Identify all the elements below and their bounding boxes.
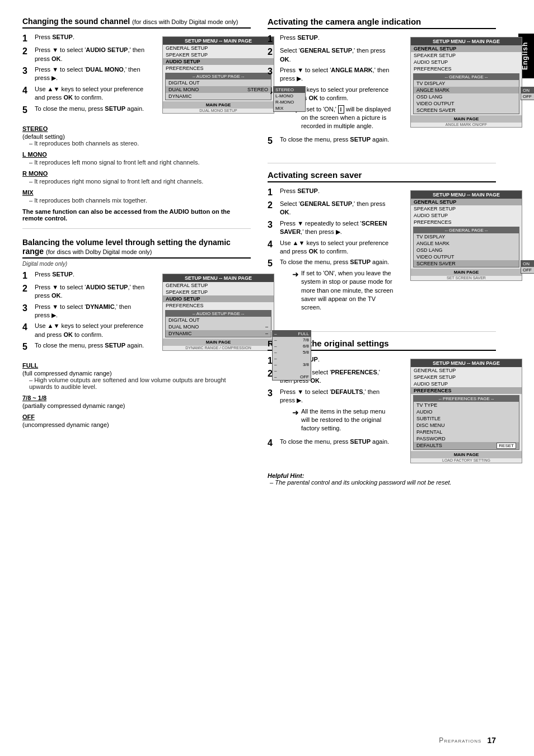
two-col-layout: Changing the sound channel (for discs wi… xyxy=(22,17,496,497)
step-1: 1 Press SETUP. xyxy=(22,33,146,44)
volume-title: Balancing the volume level through setti… xyxy=(22,238,251,259)
cam-step-3: 3 Press ▼ to select 'ANGLE MARK,' then p… xyxy=(268,66,394,83)
cam-step-2: 2 Select 'GENERAL SETUP,' then press OK. xyxy=(268,46,394,64)
vol-sub-dynamic: DYNAMIC – xyxy=(166,330,271,337)
res-step-4: 4 To close the menu, press SETUP again. xyxy=(268,438,394,448)
camera-angle-title: Activating the camera angle indication xyxy=(268,17,496,29)
restore-menu: SETUP MENU -- MAIN PAGE GENERAL SETUP SP… xyxy=(410,359,522,463)
section-sound-channel: Changing the sound channel (for discs wi… xyxy=(22,17,251,222)
section-camera-angle: Activating the camera angle indication 1… xyxy=(268,17,496,152)
menu-footer: MAIN PAGE xyxy=(163,101,274,109)
divider-r1 xyxy=(268,163,496,163)
cam-step-5: 5 To close the menu, press SETUP again. xyxy=(268,135,394,146)
page-footer: Preparations 17 xyxy=(439,736,496,745)
vol-step-1: 1 Press SETUP. xyxy=(22,270,146,281)
vol-step-4: 4 Use ▲▼ keys to select your preference … xyxy=(22,322,146,339)
menu-row-general: GENERAL SETUP xyxy=(163,45,274,51)
preparations-label: Preparations xyxy=(439,736,481,744)
vol-step-2: 2 Press ▼ to select 'AUDIO SETUP,' then … xyxy=(22,283,146,300)
volume-subtitle: Digital mode only) xyxy=(22,261,251,267)
section-volume: Balancing the volume level through setti… xyxy=(22,238,251,429)
vol-sub-digital: DIGITAL OUT xyxy=(166,317,271,323)
restore-sub-panel: -- PREFERENCES PAGE -- TV TYPE AUDIO SUB… xyxy=(413,395,519,450)
def-mix: MIX – It reproduces both channels mix to… xyxy=(22,189,251,204)
vol-menu-footer: MAIN PAGE xyxy=(163,339,274,346)
def-rmono: R MONO – It reproduces right mono signal… xyxy=(22,170,251,185)
menu-title: SETUP MENU -- MAIN PAGE xyxy=(163,37,274,45)
step-2: 2 Press ▼ to select 'AUDIO SETUP,' then … xyxy=(22,46,146,63)
saver-sub-panel: -- GENERAL PAGE -- TV DISPLAY ANGLE MARK… xyxy=(413,227,519,267)
hint-text: – The parental control and its unlocking… xyxy=(270,479,496,486)
sav-step-2: 2 Select 'GENERAL SETUP,' then press OK. xyxy=(268,200,394,217)
term-stereo: STEREO xyxy=(22,125,251,132)
section-screen-saver: Activating screen saver 1 Press SETUP. 2 xyxy=(268,170,496,320)
side-tab-label: English xyxy=(521,42,529,70)
menu-row-audio: AUDIO SETUP xyxy=(163,58,274,65)
saver-menu: SETUP MENU -- MAIN PAGE GENERAL SETUP SP… xyxy=(410,190,522,281)
camera-sub-panel: -- GENERAL PAGE -- TV DISPLAY ANGLE MARK… xyxy=(413,73,519,114)
term-rmono: R MONO xyxy=(22,170,251,177)
sub-row-dynamic: DYNAMIC xyxy=(166,93,271,100)
helpful-hint: Helpful Hint: – The parental control and… xyxy=(268,472,496,486)
sav-step-1: 1 Press SETUP. xyxy=(268,187,394,198)
sound-channel-menu: SETUP MENU -- MAIN PAGE GENERAL SETUP SP… xyxy=(162,36,274,114)
volume-steps: 1 Press SETUP. 2 Press ▼ to select 'AUDI… xyxy=(22,270,146,353)
sound-channel-defs: STEREO (default setting) – It reproduces… xyxy=(22,125,251,204)
term-lmono: L MONO xyxy=(22,151,251,158)
screen-saver-title: Activating screen saver xyxy=(268,170,496,182)
vol-menu-footer-sub: DYNAMIC RANGE / COMPRESSION xyxy=(163,346,274,350)
main-content: Changing the sound channel (for discs wi… xyxy=(0,0,518,756)
menu-footer-sub: DUAL MONO SETUP xyxy=(163,109,274,113)
sav-step-4: 4 Use ▲▼ keys to select your preference … xyxy=(268,239,394,256)
vol-menu-title: SETUP MENU -- MAIN PAGE xyxy=(163,274,274,282)
term-mix: MIX xyxy=(22,189,251,196)
cam-step-1: 1 Press SETUP. xyxy=(268,34,394,44)
def-lmono: L MONO – It reproduces left mono signal … xyxy=(22,151,251,166)
def-off: OFF (uncompressed dynamic range) xyxy=(22,414,251,428)
vol-sub-dual: DUAL MONO – xyxy=(166,323,271,330)
sound-channel-title: Changing the sound channel (for discs wi… xyxy=(22,17,251,29)
def-stereo: STEREO (default setting) – It reproduces… xyxy=(22,125,251,147)
camera-menu: SETUP MENU -- MAIN PAGE GENERAL SETUP SP… xyxy=(410,37,522,128)
sub-row-dual: DUAL MONO STEREO xyxy=(166,86,271,93)
menu-row-speaker: SPEAKER SETUP xyxy=(163,51,274,58)
res-step-3: 3 Press ▼ to select 'DEFAULTS,' then pre… xyxy=(268,388,394,435)
def-full: FULL (full compressed dynamic range) – H… xyxy=(22,362,251,390)
vol-menu-audio: AUDIO SETUP xyxy=(163,295,274,302)
page-number: 17 xyxy=(487,736,496,745)
vol-menu-general: GENERAL SETUP xyxy=(163,282,274,289)
step-3: 3 Press ▼ to select 'DUAL MONO,' then pr… xyxy=(22,65,146,83)
volume-defs: FULL (full compressed dynamic range) – H… xyxy=(22,362,251,428)
def-78: 7/8 ~ 1/8 (partially compressed dynamic … xyxy=(22,395,251,409)
divider-1 xyxy=(22,228,251,229)
saver-steps: 1 Press SETUP. 2 Select 'GENERAL SETUP,'… xyxy=(268,187,394,314)
vol-step-5: 5 To close the menu, press SETUP again. xyxy=(22,341,146,352)
sub-row-digital: DIGITAL OUT xyxy=(166,79,271,86)
left-column: Changing the sound channel (for discs wi… xyxy=(22,17,251,497)
hint-label: Helpful Hint: xyxy=(268,472,496,479)
menu-row-prefs: PREFERENCES xyxy=(163,65,274,72)
sav-step-3: 3 Press ▼ repeatedly to select 'SCREEN S… xyxy=(268,219,394,237)
vol-step-3: 3 Press ▼ to select 'DYNAMIC,' then pres… xyxy=(22,303,146,320)
sound-channel-steps: 1 Press SETUP. 2 Press ▼ to select 'AUDI… xyxy=(22,33,146,115)
vol-sub-panel: -- AUDIO SETUP PAGE -- DIGITAL OUT DUAL … xyxy=(165,310,271,337)
audio-note: The same function can also be accessed f… xyxy=(22,208,251,222)
volume-menu: SETUP MENU -- MAIN PAGE GENERAL SETUP SP… xyxy=(162,274,274,351)
sound-channel-title-suffix: (for discs with Dolby Digital mode only) xyxy=(132,18,238,25)
step-5: 5 To close the menu, press SETUP again. xyxy=(22,105,146,115)
audio-sub-panel: -- AUDIO SETUP PAGE -- DIGITAL OUT DUAL … xyxy=(165,73,271,100)
step-4: 4 Use ▲▼ keys to select your preference … xyxy=(22,85,146,102)
vol-menu-prefs: PREFERENCES xyxy=(163,302,274,309)
vol-menu-speaker: SPEAKER SETUP xyxy=(163,289,274,295)
page-container: English Changing the sound channel (for … xyxy=(0,0,534,756)
sav-step-5: 5 To close the menu, press SETUP again. … xyxy=(268,258,394,314)
